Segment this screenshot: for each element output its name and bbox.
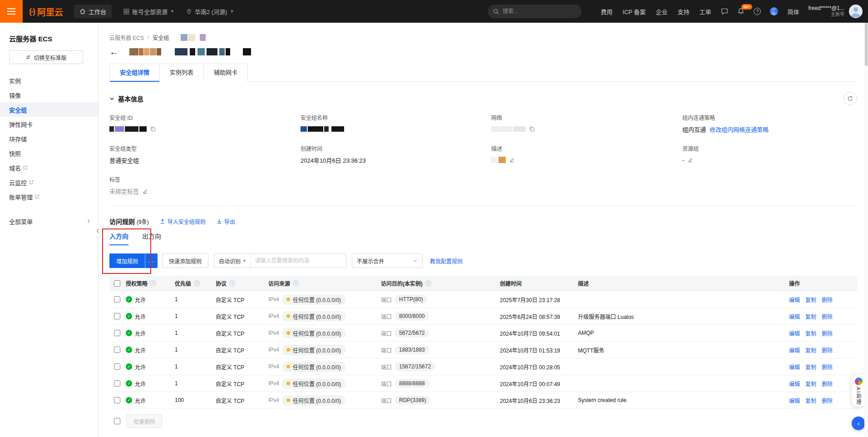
nav-link-enterprise[interactable]: 企业: [656, 7, 667, 16]
sidebar-collapse-handle[interactable]: ❮: [95, 224, 101, 238]
allow-check-icon: ✓: [126, 347, 132, 353]
modify-policy-link[interactable]: 修改组内网络连通策略: [710, 125, 769, 134]
delete-link[interactable]: 删除: [822, 296, 833, 303]
sidebar-item-cloud-monitor[interactable]: 云监控: [0, 175, 98, 189]
tab-secondary-eni[interactable]: 辅助网卡: [203, 64, 248, 82]
global-search-input[interactable]: [503, 8, 571, 15]
global-search[interactable]: [488, 5, 582, 18]
row-checkbox[interactable]: [114, 296, 120, 303]
language-switch[interactable]: 简体: [787, 7, 799, 16]
sidebar-item-instances[interactable]: 实例: [0, 73, 98, 88]
add-rule-more-button[interactable]: ...: [145, 253, 158, 268]
delete-link[interactable]: 删除: [822, 397, 833, 404]
row-checkbox[interactable]: [114, 397, 120, 403]
delete-link[interactable]: 删除: [822, 346, 833, 354]
sidebar-item-block-storage[interactable]: 块存储: [0, 131, 98, 146]
sidebar-all-menu[interactable]: 全部菜单: [0, 214, 98, 228]
row-checkbox[interactable]: [114, 330, 120, 336]
notification-bell-icon[interactable]: 99+: [737, 8, 745, 15]
tab-inbound[interactable]: 入方向: [109, 231, 128, 245]
back-arrow-icon[interactable]: ←: [109, 47, 118, 56]
edit-link[interactable]: 编辑: [789, 380, 800, 387]
help-icon[interactable]: ?: [754, 8, 761, 15]
field-label: 网络: [491, 114, 682, 121]
breadcrumb-root[interactable]: 云服务器 ECS: [109, 34, 144, 41]
sidebar-item-domains[interactable]: 域名: [0, 160, 98, 175]
ai-assistant-button[interactable]: AI助理: [852, 374, 865, 407]
row-checkbox[interactable]: [114, 313, 120, 319]
user-account[interactable]: freed*****@1... 主账号: [808, 5, 844, 17]
sidebar-item-eni[interactable]: 弹性网卡: [0, 117, 98, 131]
scrollbar[interactable]: [864, 23, 868, 437]
copy-link[interactable]: 复制: [805, 380, 816, 387]
add-rule-button[interactable]: 增加规则: [109, 253, 145, 268]
switch-version-button[interactable]: 切换至标准版: [9, 50, 83, 64]
help-icon[interactable]: ?: [293, 280, 299, 286]
edit-link[interactable]: 编辑: [789, 363, 800, 371]
sidebar-item-security-groups[interactable]: 安全组: [0, 102, 98, 117]
edit-link[interactable]: 编辑: [789, 329, 800, 337]
help-icon[interactable]: ?: [229, 280, 235, 286]
nav-link-support[interactable]: 支持: [677, 7, 689, 16]
help-icon[interactable]: ?: [150, 280, 156, 286]
delete-link[interactable]: 删除: [822, 380, 833, 387]
batch-select-checkbox[interactable]: [114, 418, 120, 424]
import-rules-link[interactable]: 导入安全组规则: [160, 218, 206, 225]
nav-link-ticket[interactable]: 工单: [699, 7, 711, 16]
batch-delete-button[interactable]: 批量删除: [127, 414, 162, 428]
nav-link-icp[interactable]: ICP 备案: [622, 7, 646, 16]
copy-link[interactable]: 复制: [805, 313, 816, 320]
row-checkbox[interactable]: [114, 347, 120, 353]
hamburger-menu-button[interactable]: [0, 0, 23, 23]
workbench-button[interactable]: 工作台: [74, 5, 112, 18]
quick-add-rule-button[interactable]: 快速添加规则: [162, 253, 208, 268]
copy-icon[interactable]: [150, 126, 156, 132]
copy-link[interactable]: 复制: [805, 363, 816, 371]
row-checkbox[interactable]: [114, 363, 120, 370]
scrollbar-thumb[interactable]: [865, 23, 868, 66]
delete-link[interactable]: 删除: [822, 313, 833, 320]
edit-link[interactable]: 编辑: [789, 296, 800, 303]
avatar[interactable]: [849, 5, 863, 18]
copy-link[interactable]: 复制: [805, 346, 816, 354]
account-scope-dropdown[interactable]: 账号全部资源 ▼: [123, 7, 174, 16]
edit-link[interactable]: 编辑: [789, 397, 800, 404]
edit-link[interactable]: 编辑: [789, 313, 800, 320]
sidebar-item-snapshots[interactable]: 快照: [0, 146, 98, 160]
delete-link[interactable]: 删除: [822, 363, 833, 371]
tab-instance-list[interactable]: 实例列表: [159, 64, 204, 82]
message-icon[interactable]: [721, 8, 728, 15]
copy-link[interactable]: 复制: [805, 329, 816, 337]
edit-pencil-icon[interactable]: [509, 157, 515, 163]
tab-outbound[interactable]: 出方向: [142, 231, 161, 244]
international-icon[interactable]: [770, 7, 778, 15]
sidebar-item-label: 安全组: [9, 105, 27, 114]
edit-pencil-icon[interactable]: [688, 157, 693, 163]
collapse-caret-icon[interactable]: [109, 96, 114, 101]
sidebar-item-billing[interactable]: 账单管理: [0, 189, 98, 204]
cell-description: 升级服务器端口 Luatos: [578, 313, 789, 320]
region-selector[interactable]: 华南2 (河源) ▼: [186, 7, 234, 16]
edit-pencil-icon[interactable]: [143, 189, 148, 194]
sidebar-item-images[interactable]: 镜像: [0, 88, 98, 102]
cell-protocol: 自定义 TCP: [216, 296, 268, 303]
copy-link[interactable]: 复制: [805, 397, 816, 404]
alibaba-cloud-logo[interactable]: (-) 阿里云: [23, 5, 70, 18]
teach-me-link[interactable]: 教我配置规则: [430, 257, 463, 265]
auto-detect-dropdown[interactable]: 自动识别 ▾: [214, 254, 251, 268]
edit-link[interactable]: 编辑: [789, 346, 800, 354]
rules-search-input[interactable]: [251, 258, 346, 264]
export-link[interactable]: 导出: [217, 218, 235, 225]
merge-display-select[interactable]: 不展示合并: [352, 253, 423, 268]
select-all-checkbox[interactable]: [114, 280, 120, 287]
help-icon[interactable]: ?: [194, 280, 200, 286]
delete-link[interactable]: 删除: [822, 329, 833, 337]
side-panel-toggle-button[interactable]: ‹: [852, 417, 865, 430]
help-icon[interactable]: ?: [425, 280, 431, 286]
copy-link[interactable]: 复制: [805, 296, 816, 303]
nav-link-billing[interactable]: 费用: [601, 7, 612, 16]
row-checkbox[interactable]: [114, 380, 120, 387]
copy-icon[interactable]: [529, 126, 535, 132]
tab-security-group-detail[interactable]: 安全组详情: [109, 64, 160, 82]
refresh-button[interactable]: [843, 92, 857, 105]
